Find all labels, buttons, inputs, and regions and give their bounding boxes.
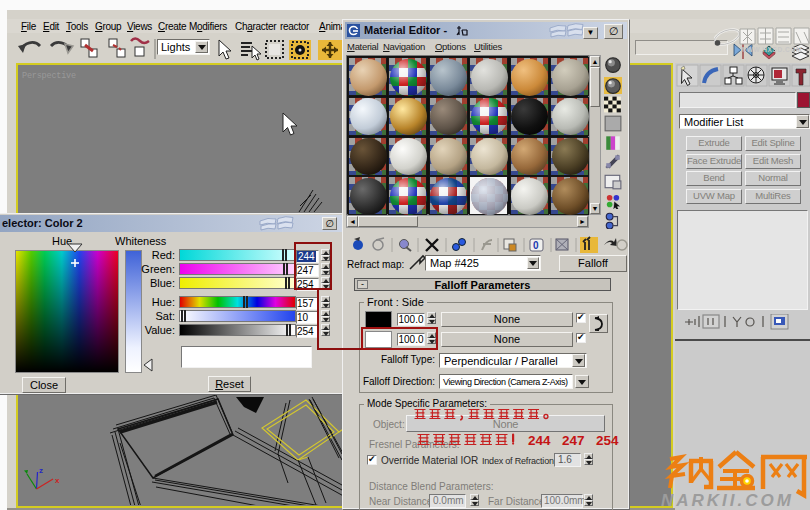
svg-text:x: x [55,476,60,485]
svg-text:WWW.HXSD.COM: WWW.HXSD.COM [740,46,802,53]
svg-text:NARKII.COM: NARKII.COM [661,491,794,510]
svg-text:0: 0 [533,240,539,251]
svg-text:z: z [39,466,43,475]
